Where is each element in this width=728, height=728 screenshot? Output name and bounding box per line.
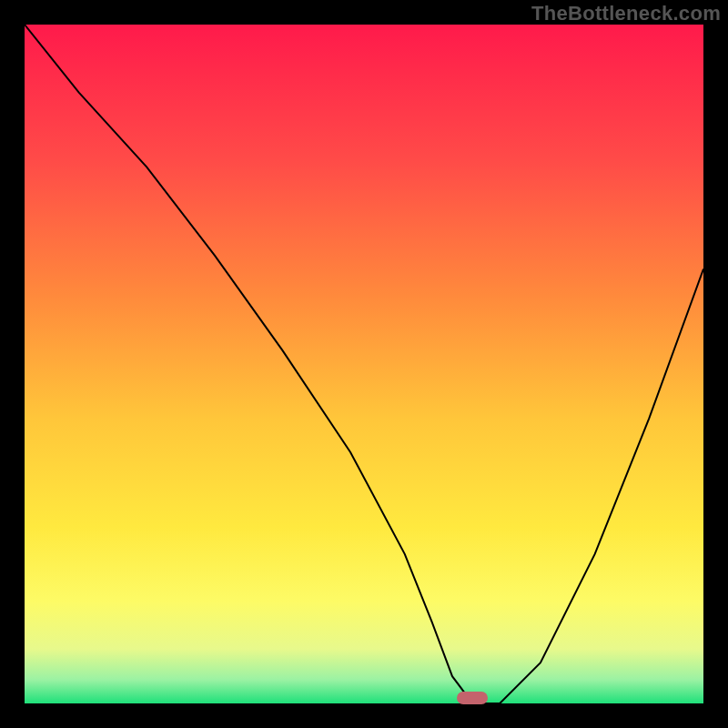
watermark-label: TheBottleneck.com: [531, 2, 721, 25]
background-gradient: [25, 25, 703, 703]
svg-rect-0: [25, 25, 703, 703]
plot-area: [25, 25, 703, 703]
chart-frame: TheBottleneck.com: [0, 0, 728, 728]
optimal-marker: [457, 692, 488, 704]
